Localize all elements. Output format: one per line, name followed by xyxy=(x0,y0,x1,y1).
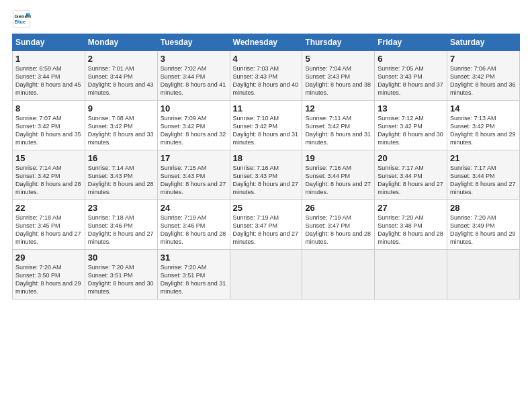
cell-info: Sunrise: 7:10 AMSunset: 3:42 PMDaylight:… xyxy=(233,114,300,147)
day-number: 10 xyxy=(161,103,227,113)
day-number: 31 xyxy=(161,253,227,263)
calendar-cell: 17Sunrise: 7:15 AMSunset: 3:43 PMDayligh… xyxy=(157,150,230,200)
day-number: 19 xyxy=(305,153,371,163)
cell-info: Sunrise: 7:20 AMSunset: 3:50 PMDaylight:… xyxy=(15,263,82,296)
day-number: 26 xyxy=(305,203,371,213)
day-number: 13 xyxy=(378,103,444,113)
calendar-cell: 27Sunrise: 7:20 AMSunset: 3:48 PMDayligh… xyxy=(375,200,447,250)
calendar-cell: 18Sunrise: 7:16 AMSunset: 3:43 PMDayligh… xyxy=(230,150,302,200)
cell-info: Sunrise: 7:20 AMSunset: 3:49 PMDaylight:… xyxy=(450,214,517,246)
calendar-cell: 29Sunrise: 7:20 AMSunset: 3:50 PMDayligh… xyxy=(13,250,85,300)
day-number: 18 xyxy=(233,153,300,163)
cell-info: Sunrise: 7:01 AMSunset: 3:44 PMDaylight:… xyxy=(88,64,154,97)
weekday-header: Monday xyxy=(85,34,157,51)
cell-info: Sunrise: 7:09 AMSunset: 3:42 PMDaylight:… xyxy=(161,114,227,147)
day-number: 4 xyxy=(233,54,300,64)
day-number: 12 xyxy=(305,103,371,113)
cell-info: Sunrise: 7:19 AMSunset: 3:47 PMDaylight:… xyxy=(305,214,371,246)
cell-info: Sunrise: 7:18 AMSunset: 3:45 PMDaylight:… xyxy=(15,214,82,246)
weekday-header: Wednesday xyxy=(230,34,302,51)
cell-info: Sunrise: 7:15 AMSunset: 3:43 PMDaylight:… xyxy=(161,164,227,197)
cell-info: Sunrise: 7:14 AMSunset: 3:42 PMDaylight:… xyxy=(15,164,82,197)
calendar-cell: 12Sunrise: 7:11 AMSunset: 3:42 PMDayligh… xyxy=(302,101,375,150)
day-number: 2 xyxy=(88,54,154,64)
day-number: 27 xyxy=(378,203,444,213)
calendar-cell: 24Sunrise: 7:19 AMSunset: 3:46 PMDayligh… xyxy=(157,200,230,250)
day-number: 30 xyxy=(88,253,154,263)
weekday-header: Friday xyxy=(375,34,447,51)
calendar-cell: 16Sunrise: 7:14 AMSunset: 3:43 PMDayligh… xyxy=(85,150,157,200)
weekday-header: Saturday xyxy=(447,34,520,51)
calendar-cell: 8Sunrise: 7:07 AMSunset: 3:42 PMDaylight… xyxy=(13,101,85,150)
cell-info: Sunrise: 7:02 AMSunset: 3:44 PMDaylight:… xyxy=(161,64,227,97)
cell-info: Sunrise: 7:05 AMSunset: 3:43 PMDaylight:… xyxy=(378,64,444,97)
day-number: 11 xyxy=(233,103,300,113)
cell-info: Sunrise: 7:16 AMSunset: 3:44 PMDaylight:… xyxy=(305,164,371,197)
day-number: 1 xyxy=(15,54,82,64)
day-number: 15 xyxy=(15,153,82,163)
day-number: 23 xyxy=(88,203,154,213)
day-number: 28 xyxy=(450,203,517,213)
calendar-cell xyxy=(447,250,520,300)
calendar-cell: 11Sunrise: 7:10 AMSunset: 3:42 PMDayligh… xyxy=(230,101,302,150)
calendar-cell: 20Sunrise: 7:17 AMSunset: 3:44 PMDayligh… xyxy=(375,150,447,200)
calendar-cell: 28Sunrise: 7:20 AMSunset: 3:49 PMDayligh… xyxy=(447,200,520,250)
calendar-cell: 22Sunrise: 7:18 AMSunset: 3:45 PMDayligh… xyxy=(13,200,85,250)
calendar-cell xyxy=(302,250,375,300)
calendar-cell xyxy=(230,250,302,300)
calendar-cell: 5Sunrise: 7:04 AMSunset: 3:43 PMDaylight… xyxy=(302,51,375,101)
day-number: 20 xyxy=(378,153,444,163)
day-number: 3 xyxy=(161,54,227,64)
day-number: 9 xyxy=(88,103,154,113)
day-number: 6 xyxy=(378,54,444,64)
calendar-cell: 7Sunrise: 7:06 AMSunset: 3:42 PMDaylight… xyxy=(447,51,520,101)
cell-info: Sunrise: 7:20 AMSunset: 3:48 PMDaylight:… xyxy=(378,214,444,246)
calendar-cell: 6Sunrise: 7:05 AMSunset: 3:43 PMDaylight… xyxy=(375,51,447,101)
cell-info: Sunrise: 7:17 AMSunset: 3:44 PMDaylight:… xyxy=(378,164,444,197)
cell-info: Sunrise: 7:18 AMSunset: 3:46 PMDaylight:… xyxy=(88,214,154,246)
logo: General Blue xyxy=(12,9,32,28)
page: General Blue SundayMondayTuesdayWednesda… xyxy=(0,0,532,306)
calendar-cell: 3Sunrise: 7:02 AMSunset: 3:44 PMDaylight… xyxy=(157,51,230,101)
calendar-cell: 9Sunrise: 7:08 AMSunset: 3:42 PMDaylight… xyxy=(85,101,157,150)
cell-info: Sunrise: 7:07 AMSunset: 3:42 PMDaylight:… xyxy=(15,114,82,147)
cell-info: Sunrise: 7:19 AMSunset: 3:47 PMDaylight:… xyxy=(233,214,300,246)
day-number: 8 xyxy=(15,103,82,113)
calendar-cell xyxy=(375,250,447,300)
weekday-header: Tuesday xyxy=(157,34,230,51)
day-number: 25 xyxy=(233,203,300,213)
calendar-cell: 30Sunrise: 7:20 AMSunset: 3:51 PMDayligh… xyxy=(85,250,157,300)
logo-icon: General Blue xyxy=(12,9,31,28)
calendar-cell: 23Sunrise: 7:18 AMSunset: 3:46 PMDayligh… xyxy=(85,200,157,250)
cell-info: Sunrise: 7:20 AMSunset: 3:51 PMDaylight:… xyxy=(88,263,154,296)
cell-info: Sunrise: 7:17 AMSunset: 3:44 PMDaylight:… xyxy=(450,164,517,197)
day-number: 21 xyxy=(450,153,517,163)
calendar-cell: 10Sunrise: 7:09 AMSunset: 3:42 PMDayligh… xyxy=(157,101,230,150)
calendar-cell: 13Sunrise: 7:12 AMSunset: 3:42 PMDayligh… xyxy=(375,101,447,150)
cell-info: Sunrise: 7:06 AMSunset: 3:42 PMDaylight:… xyxy=(450,64,517,97)
calendar-cell: 31Sunrise: 7:20 AMSunset: 3:51 PMDayligh… xyxy=(157,250,230,300)
weekday-header: Thursday xyxy=(302,34,375,51)
day-number: 16 xyxy=(88,153,154,163)
cell-info: Sunrise: 7:14 AMSunset: 3:43 PMDaylight:… xyxy=(88,164,154,197)
day-number: 7 xyxy=(450,54,517,64)
cell-info: Sunrise: 7:12 AMSunset: 3:42 PMDaylight:… xyxy=(378,114,444,147)
calendar-cell: 1Sunrise: 6:59 AMSunset: 3:44 PMDaylight… xyxy=(13,51,85,101)
day-number: 5 xyxy=(305,54,371,64)
cell-info: Sunrise: 7:03 AMSunset: 3:43 PMDaylight:… xyxy=(233,64,300,97)
weekday-header: Sunday xyxy=(13,34,85,51)
day-number: 14 xyxy=(450,103,517,113)
calendar-cell: 21Sunrise: 7:17 AMSunset: 3:44 PMDayligh… xyxy=(447,150,520,200)
calendar-cell: 25Sunrise: 7:19 AMSunset: 3:47 PMDayligh… xyxy=(230,200,302,250)
calendar-cell: 19Sunrise: 7:16 AMSunset: 3:44 PMDayligh… xyxy=(302,150,375,200)
calendar-cell: 4Sunrise: 7:03 AMSunset: 3:43 PMDaylight… xyxy=(230,51,302,101)
calendar-cell: 26Sunrise: 7:19 AMSunset: 3:47 PMDayligh… xyxy=(302,200,375,250)
svg-text:Blue: Blue xyxy=(15,19,26,25)
cell-info: Sunrise: 7:13 AMSunset: 3:42 PMDaylight:… xyxy=(450,114,517,147)
day-number: 29 xyxy=(15,253,82,263)
day-number: 22 xyxy=(15,203,82,213)
cell-info: Sunrise: 7:04 AMSunset: 3:43 PMDaylight:… xyxy=(305,64,371,97)
cell-info: Sunrise: 7:11 AMSunset: 3:42 PMDaylight:… xyxy=(305,114,371,147)
cell-info: Sunrise: 7:16 AMSunset: 3:43 PMDaylight:… xyxy=(233,164,300,197)
cell-info: Sunrise: 7:20 AMSunset: 3:51 PMDaylight:… xyxy=(161,263,227,296)
